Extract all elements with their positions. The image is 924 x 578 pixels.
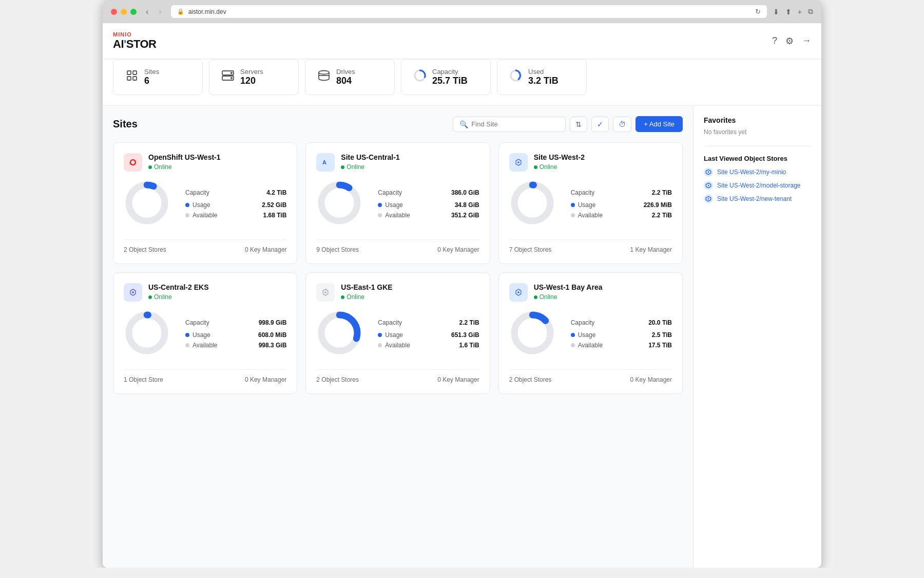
usage-value: 2.5 TiB (652, 331, 672, 339)
site-card-header: US-West-1 Bay Area Online (509, 283, 672, 302)
usage-label: Usage (578, 331, 596, 339)
available-row: Available 351.2 GiB (378, 212, 479, 219)
usage-dot (378, 333, 382, 337)
svg-point-10 (128, 157, 138, 167)
capacity-value: 20.0 TiB (648, 319, 672, 326)
capacity-label: Capacity (378, 189, 402, 196)
site-metrics: Capacity 998.9 GiB Usage 608.0 MiB Avail… (124, 310, 286, 361)
sort-button[interactable]: ⇅ (570, 117, 587, 132)
filter-check-button[interactable]: ✓ (591, 117, 609, 132)
close-traffic-light[interactable] (111, 9, 117, 15)
last-viewed-item-0[interactable]: Site US-West-2/my-minio (704, 167, 811, 177)
maximize-traffic-light[interactable] (130, 9, 137, 15)
app-logo: MINIO AI'STOR (113, 31, 156, 51)
servers-label: Servers (240, 68, 263, 76)
sites-label: Sites (144, 68, 159, 76)
available-dot (378, 343, 382, 347)
servers-icon (222, 70, 234, 84)
last-viewed-item-1[interactable]: Site US-West-2/model-storage (704, 181, 811, 190)
stat-info-servers: Servers 120 (240, 68, 263, 86)
add-site-button[interactable]: + Add Site (636, 116, 683, 132)
minimize-traffic-light[interactable] (121, 9, 127, 15)
site-card-us-east-1-gke[interactable]: US-East-1 GKE Online Capacity 2.2 TiB (305, 272, 490, 394)
forward-button[interactable]: › (156, 6, 164, 17)
reload-icon[interactable]: ↻ (755, 8, 761, 15)
stats-bar: Sites 6 Servers 120 (103, 59, 821, 106)
donut-chart (509, 180, 561, 231)
nav-actions: ? ⚙ → (772, 35, 811, 47)
search-box[interactable]: 🔍 (453, 117, 566, 132)
capacity-label: Capacity (571, 319, 595, 326)
key-manager-count: 0 Key Manager (437, 246, 479, 253)
site-card-site-us-west-2[interactable]: Site US-West-2 Online Capacity 2.2 TiB (498, 142, 683, 264)
site-name: US-West-1 Bay Area (534, 283, 672, 291)
site-card-header: US-East-1 GKE Online (316, 283, 479, 302)
status-dot (534, 165, 537, 169)
object-stores-count: 7 Object Stores (509, 246, 552, 253)
traffic-lights (111, 9, 137, 15)
usage-label: Usage (192, 331, 210, 339)
site-info: OpenShift US-West-1 Online (148, 153, 286, 171)
site-card-us-west-1-bay-area[interactable]: US-West-1 Bay Area Online Capacity 20.0 … (498, 272, 683, 394)
object-stores-count: 2 Object Stores (509, 376, 552, 383)
sites-header: Sites 🔍 ⇅ ✓ ⏱ + Add Site (113, 116, 683, 132)
capacity-value: 998.9 GiB (259, 319, 287, 326)
tabs-icon[interactable]: ⧉ (808, 7, 813, 16)
status-dot (148, 295, 152, 299)
available-label-group: Available (378, 212, 410, 219)
share-icon[interactable]: ⬆ (785, 7, 792, 16)
site-metrics: Capacity 386.0 GiB Usage 34.8 GiB Availa… (316, 180, 479, 231)
site-footer: 7 Object Stores 1 Key Manager (509, 239, 672, 253)
site-card-header: A Site US-Central-1 Online (316, 153, 479, 172)
available-dot (571, 343, 575, 347)
site-icon-aws (124, 283, 142, 302)
available-row: Available 998.3 GiB (185, 342, 286, 349)
capacity-row: Capacity 4.2 TiB (185, 189, 286, 196)
browser-nav-buttons: ‹ › (143, 6, 165, 17)
usage-dot (571, 333, 575, 337)
usage-value: 226.9 MiB (644, 201, 672, 209)
settings-button[interactable]: ⚙ (785, 35, 794, 47)
logout-button[interactable]: → (802, 35, 811, 46)
drives-icon (318, 70, 330, 84)
site-card-us-central-2-eks[interactable]: US-Central-2 EKS Online Capacity 998.9 G… (113, 272, 297, 394)
usage-dot (185, 203, 189, 207)
site-card-openshift-us-west-1[interactable]: OpenShift US-West-1 Online Capacity 4.2 … (113, 142, 297, 264)
available-row: Available 1.6 TiB (378, 342, 479, 349)
top-nav: MINIO AI'STOR ? ⚙ → (103, 23, 821, 59)
available-value: 1.6 TiB (459, 342, 479, 349)
search-input[interactable] (471, 120, 559, 128)
available-value: 2.2 TiB (652, 212, 672, 219)
sidebar-divider (704, 146, 811, 146)
stat-card-used: Used 3.2 TiB (497, 59, 587, 95)
help-button[interactable]: ? (772, 35, 777, 46)
metrics-info: Capacity 998.9 GiB Usage 608.0 MiB Avail… (185, 319, 286, 352)
site-info: US-West-1 Bay Area Online (534, 283, 672, 301)
address-bar[interactable]: 🔒 aistor.min.dev ↻ (171, 5, 767, 18)
drives-value: 804 (336, 76, 355, 86)
available-label-group: Available (185, 342, 217, 349)
site-status: Online (341, 293, 479, 301)
available-label: Available (192, 212, 217, 219)
used-value: 3.2 TiB (528, 76, 559, 86)
usage-value: 34.8 GiB (455, 201, 479, 209)
site-card-site-us-central-1[interactable]: A Site US-Central-1 Online Capacity 386.… (305, 142, 490, 264)
usage-label-group: Usage (185, 201, 210, 209)
svg-rect-0 (127, 71, 131, 74)
capacity-label: Capacity (378, 319, 402, 326)
last-viewed-label: Site US-West-2/model-storage (717, 182, 801, 189)
add-tab-icon[interactable]: + (798, 7, 802, 16)
site-name: Site US-Central-1 (341, 153, 479, 161)
site-metrics: Capacity 2.2 TiB Usage 651.3 GiB Availab… (316, 310, 479, 361)
minio-label: MINIO (113, 31, 156, 38)
capacity-label: Capacity (185, 189, 209, 196)
back-button[interactable]: ‹ (143, 6, 151, 17)
donut-chart (509, 310, 561, 361)
main-area: Sites 🔍 ⇅ ✓ ⏱ + Add Site (103, 106, 693, 568)
site-metrics: Capacity 2.2 TiB Usage 226.9 MiB Availab… (509, 180, 672, 231)
last-viewed-item-2[interactable]: Site US-West-2/new-tenant (704, 194, 811, 203)
used-icon (510, 69, 522, 85)
filter-time-button[interactable]: ⏱ (613, 117, 631, 132)
download-icon[interactable]: ⬇ (773, 7, 779, 16)
key-manager-count: 0 Key Manager (437, 376, 479, 383)
